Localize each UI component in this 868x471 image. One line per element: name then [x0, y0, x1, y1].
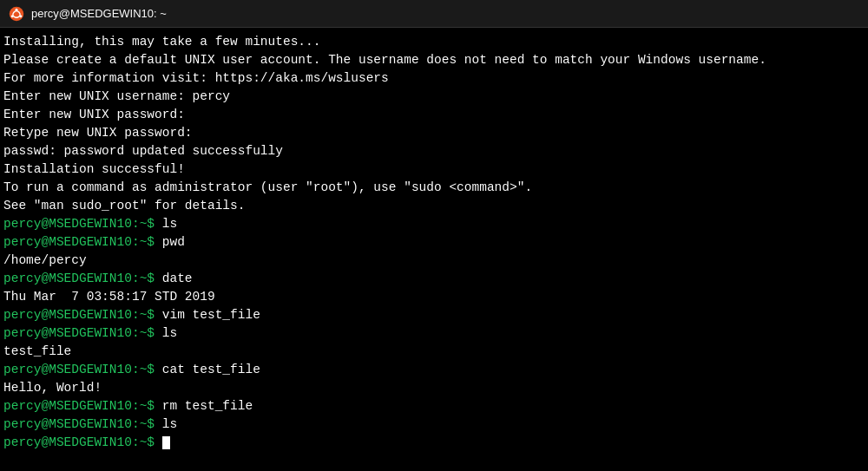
terminal-line: Thu Mar 7 03:58:17 STD 2019 — [3, 288, 865, 306]
title-bar-text: percy@MSEDGEWIN10: ~ — [31, 7, 167, 20]
terminal-line: See "man sudo_root" for details. — [3, 197, 865, 215]
terminal-cursor — [162, 436, 170, 449]
terminal-line: To run a command as administrator (user … — [3, 179, 865, 197]
ubuntu-icon — [9, 6, 24, 22]
terminal-line: For more information visit: https://aka.… — [3, 69, 865, 88]
terminal-line: percy@MSEDGEWIN10:~$ — [3, 434, 865, 452]
terminal-output[interactable]: Installing, this may take a few minutes.… — [0, 28, 868, 471]
terminal-line: Installing, this may take a few minutes.… — [3, 33, 865, 51]
terminal-line: Installation successful! — [3, 160, 865, 179]
terminal-line: test_file — [3, 343, 865, 361]
terminal-line: percy@MSEDGEWIN10:~$ ls — [3, 324, 865, 343]
terminal-line: percy@MSEDGEWIN10:~$ pwd — [3, 233, 865, 252]
terminal-line: Please create a default UNIX user accoun… — [3, 51, 865, 69]
terminal-line: Hello, World! — [3, 379, 865, 397]
terminal-line: Enter new UNIX username: percy — [3, 88, 865, 106]
terminal-line: percy@MSEDGEWIN10:~$ date — [3, 270, 865, 288]
terminal-line: passwd: password updated successfully — [3, 142, 865, 160]
terminal-line: percy@MSEDGEWIN10:~$ vim test_file — [3, 306, 865, 324]
terminal-line: percy@MSEDGEWIN10:~$ ls — [3, 415, 865, 434]
terminal-line: percy@MSEDGEWIN10:~$ cat test_file — [3, 361, 865, 379]
terminal-line: Retype new UNIX password: — [3, 124, 865, 142]
title-bar: percy@MSEDGEWIN10: ~ — [0, 0, 868, 28]
terminal-line: percy@MSEDGEWIN10:~$ ls — [3, 215, 865, 233]
terminal-line: percy@MSEDGEWIN10:~$ rm test_file — [3, 397, 865, 415]
terminal-line: /home/percy — [3, 252, 865, 270]
terminal-line: Enter new UNIX password: — [3, 106, 865, 124]
